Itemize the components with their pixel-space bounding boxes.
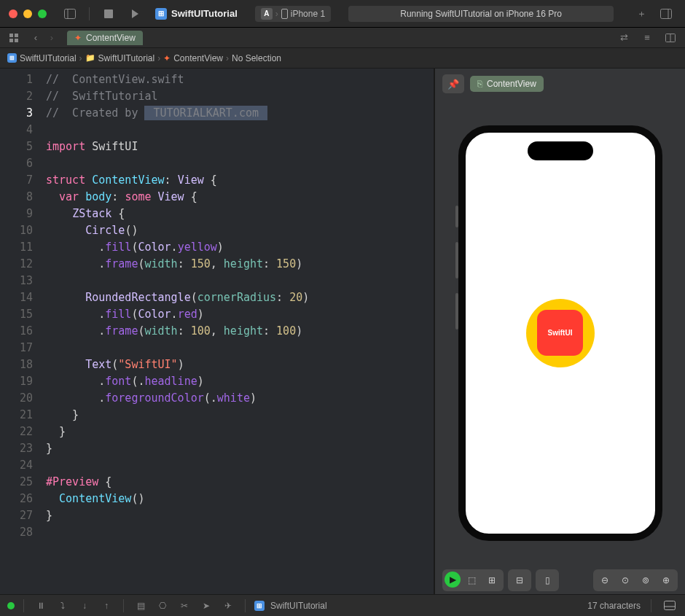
- svg-rect-9: [15, 39, 18, 42]
- device-settings[interactable]: ⊟: [510, 572, 529, 589]
- arrows-icon: ⇄: [620, 32, 628, 43]
- zoom-out[interactable]: ⊖: [595, 572, 614, 589]
- preview-toolbar: ▶ ⬚ ⊞ ⊟ ▯ ⊖ ⊙ ⊚ ⊕: [435, 566, 685, 594]
- pause-icon: ⏸: [36, 601, 45, 611]
- cursor-icon: ⬚: [468, 575, 476, 585]
- bc-root-label: SwiftUITutorial: [20, 53, 77, 63]
- svg-rect-2: [104, 9, 113, 18]
- svg-rect-3: [281, 9, 287, 18]
- swiftui-text: SwiftUI: [548, 329, 573, 337]
- zoom-fit-icon: ⊙: [622, 575, 629, 585]
- device-selector[interactable]: A › iPhone 1: [255, 6, 331, 22]
- stop-button[interactable]: [98, 5, 119, 23]
- editor-tab[interactable]: ✦ ContentView: [67, 31, 143, 45]
- code-editor[interactable]: 1234567891011121314151617181920212223242…: [0, 69, 434, 594]
- pin-icon: 📌: [447, 79, 459, 90]
- debug-view[interactable]: ▤: [133, 599, 149, 613]
- run-button[interactable]: [125, 5, 145, 23]
- settings-icon: ⊟: [516, 575, 523, 585]
- rendered-view: SwiftUI: [466, 133, 655, 534]
- phone-icon: ▯: [545, 575, 550, 585]
- back-button[interactable]: ‹: [28, 31, 44, 45]
- step-into[interactable]: ↓: [77, 599, 93, 613]
- adjust-editor[interactable]: ≡: [637, 29, 657, 47]
- zoom-in[interactable]: ⊕: [657, 572, 676, 589]
- play-icon: ▶: [450, 574, 456, 585]
- memory-icon: ⎔: [159, 601, 166, 611]
- toggle-navigator[interactable]: [60, 5, 80, 23]
- more-debug[interactable]: ✈: [220, 599, 236, 613]
- circle-shape: SwiftUI: [526, 299, 595, 367]
- variants-button[interactable]: ⊞: [482, 572, 501, 589]
- code-area[interactable]: // ContentView.swift // SwiftTutorial //…: [40, 69, 434, 594]
- chevron-left-icon: ‹: [34, 32, 37, 43]
- zoom-100-icon: ⊚: [642, 575, 649, 585]
- zoom-actual[interactable]: ⊚: [636, 572, 655, 589]
- scheme-selector[interactable]: ⊞ SwiftUITutorial: [155, 8, 238, 20]
- preview-canvas[interactable]: SwiftUI: [435, 99, 685, 566]
- sidebar-right-icon: [660, 9, 672, 19]
- add-editor[interactable]: [660, 29, 681, 47]
- pin-preview[interactable]: 📌: [442, 74, 464, 93]
- chevron-right-icon: ›: [50, 32, 53, 43]
- bc-file[interactable]: ✦ContentView: [163, 53, 223, 63]
- preview-tab[interactable]: ⎘ ContentView: [470, 76, 544, 92]
- svg-rect-7: [15, 34, 18, 37]
- stop-icon: [104, 9, 113, 18]
- panel-icon: [664, 601, 676, 610]
- swift-icon: ✦: [163, 53, 171, 63]
- pause-button[interactable]: ⏸: [33, 599, 49, 613]
- project-name-label: SwiftUITutorial: [171, 8, 238, 19]
- folder-icon: 📁: [85, 53, 95, 63]
- svg-rect-6: [9, 34, 13, 37]
- library-button[interactable]: [656, 5, 676, 23]
- char-count: 17 characters: [587, 601, 641, 611]
- add-button[interactable]: ＋: [631, 5, 651, 23]
- bc-selection[interactable]: No Selection: [232, 53, 281, 63]
- close-window[interactable]: [9, 9, 17, 18]
- svg-rect-8: [9, 39, 13, 42]
- sidebar-left-icon: [64, 9, 76, 19]
- minimize-window[interactable]: [23, 9, 32, 18]
- fullscreen-window[interactable]: [38, 9, 47, 18]
- phone-side-buttons: [455, 206, 458, 330]
- grid-icon: ⊞: [488, 575, 496, 585]
- selectable-preview[interactable]: ⬚: [462, 572, 481, 589]
- live-preview-button[interactable]: ▶: [445, 572, 461, 588]
- zoom-fit[interactable]: ⊙: [616, 572, 635, 589]
- preview-header: 📌 ⎘ ContentView: [435, 69, 685, 99]
- location-icon: ➤: [203, 601, 210, 611]
- toggle-debug-area[interactable]: [662, 599, 678, 613]
- bc-folder-label: SwiftUITutorial: [98, 53, 155, 63]
- step-over-icon: ⤵: [60, 601, 65, 611]
- related-items[interactable]: [4, 29, 25, 47]
- nav-icon: ✈: [224, 601, 232, 611]
- swift-icon: ✦: [74, 33, 82, 43]
- running-indicator: [7, 602, 15, 609]
- step-into-icon: ↓: [82, 601, 87, 611]
- svg-rect-4: [661, 9, 672, 18]
- bc-project[interactable]: ⊞SwiftUITutorial: [7, 53, 77, 63]
- status-text: Running SwiftUITutorial on iPhone 16 Pro: [400, 9, 562, 19]
- simulate-location[interactable]: ➤: [198, 599, 214, 613]
- debug-target-label[interactable]: SwiftUITutorial: [270, 601, 327, 611]
- dynamic-island: [528, 141, 593, 160]
- step-out[interactable]: ↑: [98, 599, 114, 613]
- env-overrides[interactable]: ✂: [176, 599, 192, 613]
- svg-rect-0: [65, 9, 76, 18]
- forward-button[interactable]: ›: [44, 31, 60, 45]
- memory-graph[interactable]: ⎔: [154, 599, 171, 613]
- debug-bar: ⏸ ⤵ ↓ ↑ ▤ ⎔ ✂ ➤ ✈ ⊞ SwiftUITutorial 17 c…: [0, 594, 685, 616]
- preview-device[interactable]: ▯: [538, 572, 557, 589]
- activity-status[interactable]: Running SwiftUITutorial on iPhone 16 Pro: [348, 6, 614, 22]
- bc-folder[interactable]: 📁SwiftUITutorial: [85, 53, 155, 63]
- plus-icon: ＋: [637, 7, 646, 20]
- project-icon: ⊞: [7, 53, 17, 63]
- breadcrumb: ⊞SwiftUITutorial › 📁SwiftUITutorial › ✦C…: [0, 48, 685, 69]
- bc-file-label: ContentView: [173, 53, 223, 63]
- preview-icon: ⎘: [477, 79, 482, 89]
- line-gutter: 1234567891011121314151617181920212223242…: [0, 69, 40, 594]
- step-over[interactable]: ⤵: [55, 599, 71, 613]
- review-button[interactable]: ⇄: [614, 29, 634, 47]
- traffic-lights: [9, 9, 47, 18]
